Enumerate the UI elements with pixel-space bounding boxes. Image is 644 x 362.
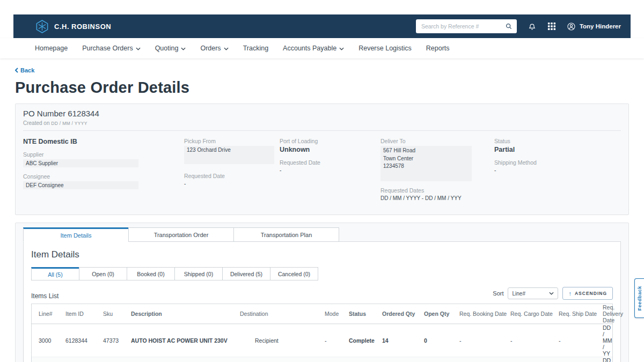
chevron-down-icon	[224, 47, 229, 50]
apps-grid-icon[interactable]	[547, 22, 556, 31]
nav-item-label: Reverse Logistics	[358, 45, 412, 52]
supplier-label: Supplier	[23, 151, 184, 158]
column-header-req-booking-date[interactable]: Req. Booking Date	[459, 311, 510, 317]
cell-destination: Recipient	[240, 337, 325, 344]
deliver-to-label: Deliver To	[380, 138, 494, 144]
feedback-tab[interactable]: Feedback	[634, 278, 644, 318]
main-tabs: Item DetailsTransportation OrderTranspor…	[23, 227, 621, 242]
deliver-to-line: Town Center	[383, 155, 469, 163]
subtab-delivered-5[interactable]: Delivered (5)	[222, 267, 270, 280]
status-subtabs: All (5)Open (0)Booked (0)Shipped (0)Deli…	[31, 267, 613, 280]
cell-ordered_qty: 14	[382, 337, 424, 344]
top-navbar: C.H. ROBINSON	[13, 14, 631, 38]
chevron-down-icon	[181, 47, 186, 50]
search-box	[416, 19, 517, 33]
column-header-open-qty[interactable]: Open Qty	[424, 311, 459, 317]
created-on-label: Created on	[23, 120, 49, 126]
nav-item-label: Quoting	[155, 45, 179, 52]
status-value: Partial	[494, 146, 621, 153]
nav-item-quoting[interactable]: Quoting	[155, 45, 186, 52]
items-list-label: Items List	[31, 292, 58, 300]
nav-item-label: Reports	[426, 45, 450, 52]
shipping-method-label: Shipping Method	[494, 159, 621, 166]
nav-item-label: Purchase Orders	[82, 45, 133, 52]
po-summary-card: PO Number 6128344 Created on DD / MM / Y…	[15, 104, 629, 215]
subtab-booked-0[interactable]: Booked (0)	[127, 267, 175, 280]
table-row[interactable]: 400061283444739212V POWER UNIT ELEC LHL …	[32, 357, 612, 362]
tab-transportation-plan[interactable]: Transportation Plan	[233, 227, 339, 242]
nav-item-purchase-orders[interactable]: Purchase Orders	[82, 45, 140, 52]
nav-item-orders[interactable]: Orders	[200, 45, 228, 52]
deliver-to-line: 567 Hill Road	[383, 147, 469, 155]
deliver-to-line: 1234578	[383, 162, 469, 171]
column-header-line[interactable]: Line#	[39, 311, 65, 317]
feedback-label: Feedback	[637, 286, 642, 311]
back-chevron-icon	[15, 68, 18, 73]
nav-item-label: Homepage	[35, 45, 68, 52]
user-avatar-icon	[567, 22, 576, 31]
cell-description: AUTO HOIST AC POWER UNIT 230V	[131, 337, 240, 344]
column-header-req-delivery-date[interactable]: Req. Delivery Date	[603, 304, 623, 323]
cell-req_cargo: -	[510, 337, 559, 344]
nav-item-accounts-payable[interactable]: Accounts Payable	[283, 45, 344, 52]
order-type: NTE Domestic IB	[23, 138, 184, 145]
consignee-label: Consignee	[23, 173, 184, 180]
page-title: Purchase Order Details	[15, 79, 629, 97]
column-header-sku[interactable]: Sku	[103, 311, 131, 317]
search-icon[interactable]	[505, 23, 513, 32]
requested-dates-label: Requested Dates	[380, 187, 494, 194]
subtab-open-0[interactable]: Open (0)	[79, 267, 127, 280]
ascending-button[interactable]: ↑ ASCENDING	[562, 287, 613, 300]
cell-status: Complete	[349, 337, 382, 344]
search-input[interactable]	[416, 19, 517, 33]
item-details-heading: Item Details	[31, 249, 613, 260]
cell-req_delivery: DD / MM / YY	[603, 324, 612, 357]
brand[interactable]: C.H. ROBINSON	[35, 19, 111, 34]
nav-item-homepage[interactable]: Homepage	[35, 45, 68, 52]
back-link[interactable]: Back	[15, 67, 34, 73]
chevron-down-icon	[339, 47, 344, 50]
user-menu[interactable]: Tony Hinderer	[567, 22, 621, 31]
column-header-destination[interactable]: Destination	[240, 311, 325, 317]
column-header-req-ship-date[interactable]: Req. Ship Date	[559, 311, 603, 317]
notifications-bell-icon[interactable]	[528, 22, 537, 31]
nav-item-label: Accounts Payable	[283, 45, 336, 52]
cell-mode: -	[325, 337, 349, 344]
sort-select-value: Line#	[512, 291, 525, 297]
items-table: Line#Item IDSkuDescriptionDestinationMod…	[31, 304, 613, 362]
back-label: Back	[20, 67, 34, 73]
user-name: Tony Hinderer	[580, 23, 621, 29]
tab-transportation-order[interactable]: Transportation Order	[128, 227, 234, 242]
subtab-canceled-0[interactable]: Canceled (0)	[270, 267, 318, 280]
nav-item-tracking[interactable]: Tracking	[243, 45, 268, 52]
column-header-ordered-qty[interactable]: Ordered Qty	[382, 311, 424, 317]
tab-item-details[interactable]: Item Details	[23, 227, 129, 242]
cell-item_id: 6128344	[65, 337, 103, 344]
column-header-item-id[interactable]: Item ID	[65, 311, 103, 317]
pickup-from-value: 123 Orchard Drive	[184, 146, 274, 164]
port-requested-date-value: -	[280, 167, 380, 173]
nav-item-label: Orders	[200, 45, 221, 52]
pickup-requested-date-label: Requested Date	[184, 173, 280, 179]
cell-line: 3000	[39, 337, 65, 344]
column-header-status[interactable]: Status	[349, 311, 382, 317]
subtab-all-5[interactable]: All (5)	[31, 267, 79, 280]
table-header-row: Line#Item IDSkuDescriptionDestinationMod…	[32, 304, 612, 324]
shipping-method-value: -	[494, 167, 621, 173]
column-header-description[interactable]: Description	[131, 311, 240, 317]
cell-req_booking: -	[459, 337, 510, 344]
nav-item-reverse-logistics[interactable]: Reverse Logistics	[358, 45, 412, 52]
subtab-shipped-0[interactable]: Shipped (0)	[174, 267, 223, 280]
requested-dates-value: DD / MM / YYYY - DD / MM / YYY	[380, 195, 494, 201]
table-row[interactable]: 3000612834447373AUTO HOIST AC POWER UNIT…	[32, 324, 612, 357]
ascending-label: ASCENDING	[575, 291, 607, 296]
cell-req_ship: -	[559, 337, 603, 344]
column-header-req-cargo-date[interactable]: Req. Cargo Date	[510, 311, 559, 317]
nav-item-reports[interactable]: Reports	[426, 45, 450, 52]
status-label: Status	[494, 138, 621, 144]
sort-select[interactable]: Line#	[508, 287, 558, 299]
details-tabs-card: Item DetailsTransportation OrderTranspor…	[15, 223, 629, 362]
created-on-value: DD / MM / YYYY	[51, 121, 87, 126]
cell-sku: 47373	[103, 337, 131, 344]
column-header-mode[interactable]: Mode	[325, 311, 349, 317]
